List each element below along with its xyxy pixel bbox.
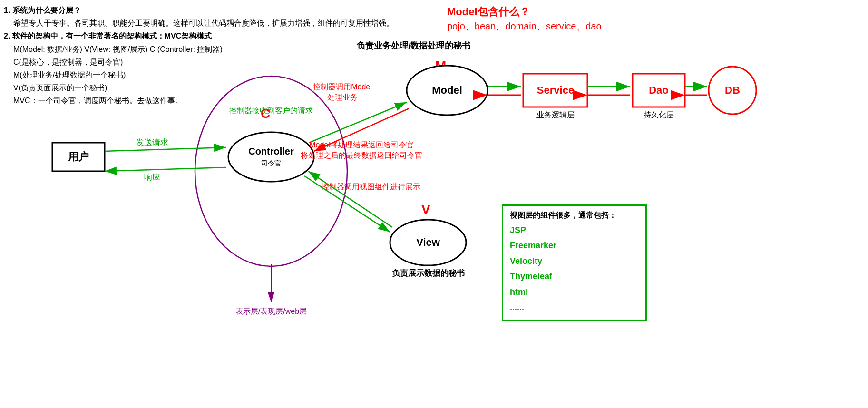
model-contains-content: pojo、bean、domain、service、dao	[447, 21, 602, 31]
controller-text: Controller	[248, 146, 294, 156]
user-text: 用户	[68, 151, 89, 163]
service-text: Service	[537, 84, 574, 96]
page: 1. 系统为什么要分层？ 希望专人干专事。各司其职。职能分工要明确。这样可以让代…	[0, 0, 868, 408]
presentation-layer-label: 表示层/表现层/web层	[235, 307, 307, 315]
view-secretary-label: 负责展示数据的秘书	[391, 269, 465, 278]
send-request-label: 发送请求	[136, 138, 168, 147]
dao-text: Dao	[649, 84, 669, 96]
view-box-item-html: html	[510, 284, 639, 300]
view-box-item-jsp: JSP	[510, 223, 639, 238]
view-controller-arrow	[308, 171, 392, 227]
send-request-arrow	[105, 147, 226, 151]
model-contains-title: Model包含什么？	[447, 6, 530, 18]
db-text: DB	[725, 84, 740, 96]
diagram-svg: Model包含什么？ pojo、bean、domain、service、dao …	[0, 0, 868, 408]
model-return-label1: Model将处理结果返回给司令官	[309, 141, 414, 149]
persistence-layer-label: 持久化层	[644, 111, 674, 119]
v-label: V	[421, 202, 430, 217]
process-business-label: 处理业务	[327, 93, 358, 101]
model-return-label2: 将处理之后的最终数据返回给司令官	[300, 151, 422, 159]
commander-subtext: 司令官	[261, 159, 281, 167]
business-layer-label: 业务逻辑层	[536, 111, 575, 119]
view-text: View	[416, 236, 440, 248]
model-text: Model	[432, 84, 462, 96]
view-box-item-thymeleaf: Thymeleaf	[510, 269, 639, 284]
view-layer-box: 视图层的组件很多，通常包括： JSP Freemarker Velocity T…	[502, 204, 647, 321]
controller-model-arrow	[309, 102, 407, 143]
view-box-item-more: ......	[510, 300, 639, 315]
controller-receive-label: 控制器接收到客户的请求	[229, 107, 313, 115]
view-box-item-freemarker: Freemarker	[510, 238, 639, 253]
view-box-title: 视图层的组件很多，通常包括：	[510, 211, 639, 221]
controller-call-model-label: 控制器调用Model	[313, 83, 372, 91]
model-secretary-label: 负责业务处理/数据处理的秘书	[356, 41, 470, 50]
view-box-item-velocity: Velocity	[510, 253, 639, 269]
response-label: 响应	[144, 173, 160, 182]
response-arrow	[105, 167, 226, 171]
